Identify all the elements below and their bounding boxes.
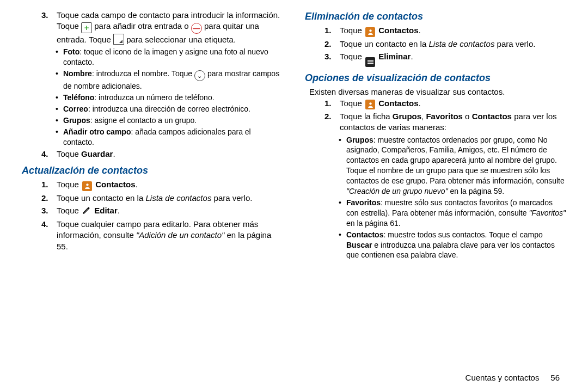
menu-icon	[365, 57, 375, 67]
heading-opciones: Opciones de visualización de contactos	[305, 71, 566, 84]
manual-page: 3. Toque cada campo de contacto para int…	[0, 0, 588, 261]
elim-step-2: 2. Toque un contacto en la Lista de cont…	[324, 39, 566, 50]
op-step-2: 2. Toque la ficha Grupos, Favoritos o Co…	[324, 111, 566, 133]
pencil-icon	[82, 206, 91, 217]
act-step-3: 3. Toque Editar.	[41, 205, 283, 217]
bullet-grupos: Grupos: asigne el contacto a un grupo.	[56, 115, 283, 126]
elim-step-3: 3. Toque Eliminar.	[324, 51, 566, 67]
bullet-nombre: Nombre: introduzca el nombre. Toque ⌄ pa…	[56, 69, 283, 91]
bullet-correo: Correo: introduzca una dirección de corr…	[56, 104, 283, 114]
contacts-icon	[82, 181, 92, 191]
op-bullet-grupos: Grupos: muestre contactos ordenados por …	[339, 135, 566, 197]
opciones-intro: Existen diversas maneras de visualizar s…	[305, 87, 566, 97]
chevron-down-icon: ⌄	[194, 70, 205, 81]
step-3: 3. Toque cada campo de contacto para int…	[41, 10, 283, 45]
act-step-1: 1. Toque Contactos.	[41, 179, 283, 191]
bullet-foto: Foto: toque el icono de la imagen y asig…	[56, 47, 283, 68]
contacts-icon	[365, 100, 375, 109]
heading-eliminacion: Eliminación de contactos	[305, 10, 566, 23]
bullet-telefono: Teléfono: introduzca un número de teléfo…	[56, 93, 283, 103]
step-4: 4. Toque Guardar.	[41, 149, 283, 160]
op-bullet-contactos: Contactos: muestre todos sus contactos. …	[339, 230, 566, 261]
op-bullet-favoritos: Favoritos: muestre sólo sus contactos fa…	[339, 198, 566, 229]
bullet-otro-campo: Añadir otro campo: añada campos adiciona…	[56, 127, 283, 148]
step-number: 4.	[41, 149, 53, 160]
label-picker-icon	[113, 34, 124, 45]
body-text: para seleccionar una etiqueta.	[126, 35, 236, 44]
plus-icon: +	[81, 22, 92, 33]
op-step-1: 1. Toque Contactos.	[324, 98, 566, 110]
left-column: 3. Toque cada campo de contacto para int…	[22, 10, 283, 261]
act-step-2: 2. Toque un contacto en la Lista de cont…	[41, 193, 283, 204]
svg-point-2	[369, 102, 371, 105]
body-text: para añadir otra entrada o	[94, 21, 191, 30]
footer-page-number: 56	[550, 373, 560, 382]
right-column: Eliminación de contactos 1. Toque Contac…	[305, 10, 566, 261]
elim-step-1: 1. Toque Contactos.	[324, 25, 566, 37]
act-step-4: 4. Toque cualquier campo para editarlo. …	[41, 219, 283, 252]
minus-icon: —	[191, 23, 202, 34]
svg-point-1	[369, 29, 371, 32]
contacts-icon	[365, 27, 375, 37]
page-footer: Cuentas y contactos 56	[465, 372, 560, 383]
footer-section: Cuentas y contactos	[465, 373, 540, 382]
step-number: 3.	[41, 10, 53, 21]
svg-point-0	[86, 183, 88, 186]
heading-actualizacion: Actualización de contactos	[22, 164, 283, 177]
